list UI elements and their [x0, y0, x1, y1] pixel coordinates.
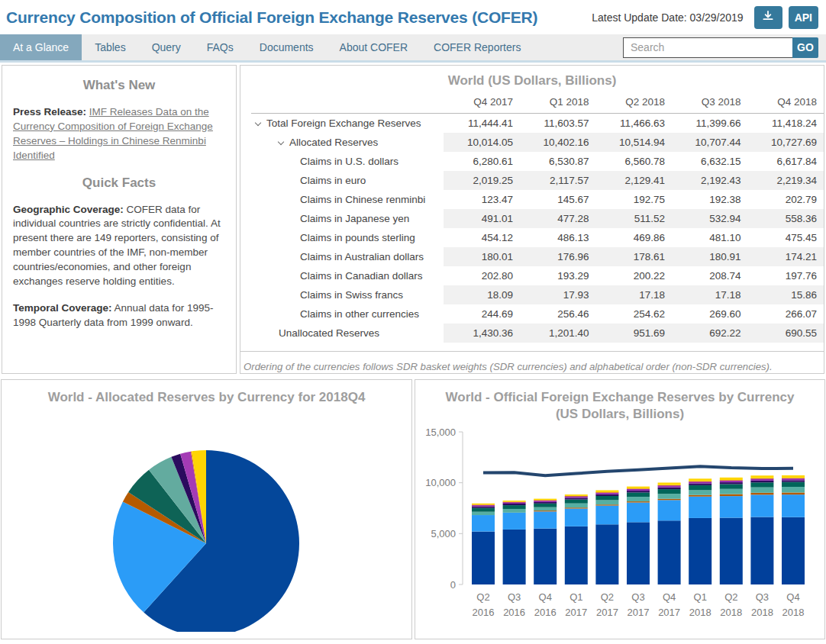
bar-segment-claims-in-canadian-dollars-q2-2018[interactable] [720, 481, 743, 483]
bar-segment-claims-in-pounds-sterling-q3-2017[interactable] [627, 493, 650, 497]
bar-segment-claims-in-euro-q4-2018[interactable] [782, 494, 805, 517]
bar-segment-claims-in-other-currencies-q3-2016[interactable] [503, 501, 526, 502]
bar-segment-claims-in-swiss-francs-q2-2018[interactable] [720, 480, 743, 481]
bar-segment-claims-in-japanese-yen-q2-2016[interactable] [472, 512, 495, 515]
search-input[interactable] [623, 37, 792, 58]
bar-segment-claims-in-euro-q2-2018[interactable] [720, 496, 743, 517]
bar-segment-claims-in-japanese-yen-q3-2018[interactable] [750, 488, 773, 493]
bar-segment-claims-in-australian-dollars-q2-2018[interactable] [720, 482, 743, 484]
bar-segment-claims-in-australian-dollars-q1-2017[interactable] [565, 498, 588, 500]
bar-segment-claims-in-pounds-sterling-q3-2016[interactable] [503, 505, 526, 509]
bar-segment-claims-in-pounds-sterling-q4-2017[interactable] [658, 489, 681, 494]
bar-segment-claims-in-pounds-sterling-q4-2018[interactable] [782, 482, 805, 487]
bar-segment-claims-in-canadian-dollars-q1-2018[interactable] [689, 481, 711, 484]
bar-segment-claims-in-chinese-renminbi-q4-2017[interactable] [658, 499, 681, 501]
bar-segment-claims-in-pounds-sterling-q2-2016[interactable] [472, 508, 495, 512]
bar-segment-claims-in-japanese-yen-q1-2018[interactable] [689, 491, 711, 495]
bar-segment-claims-in-chinese-renminbi-q2-2017[interactable] [595, 504, 618, 505]
bar-segment-claims-in-swiss-francs-q1-2018[interactable] [689, 481, 711, 482]
download-button[interactable] [754, 6, 782, 29]
bar-segment-claims-in-euro-q2-2016[interactable] [472, 515, 495, 531]
bar-segment-claims-in-euro-q4-2016[interactable] [534, 512, 557, 529]
bar-segment-claims-in-other-currencies-q2-2016[interactable] [472, 504, 495, 505]
bar-segment-claims-in-euro-q3-2018[interactable] [750, 495, 773, 517]
bar-segment-claims-in-canadian-dollars-q4-2017[interactable] [658, 485, 681, 488]
bar-segment-claims-in-other-currencies-q4-2017[interactable] [658, 483, 681, 485]
bar-segment-claims-in-canadian-dollars-q4-2018[interactable] [782, 478, 805, 481]
bar-segment-claims-in-pounds-sterling-q2-2017[interactable] [595, 496, 618, 500]
bar-segment-claims-in-u-s-dollars-q3-2018[interactable] [750, 517, 773, 584]
nav-tab-documents[interactable]: Documents [247, 34, 327, 60]
bar-segment-claims-in-u-s-dollars-q1-2017[interactable] [565, 526, 588, 584]
bar-segment-claims-in-chinese-renminbi-q1-2017[interactable] [565, 507, 588, 508]
bar-segment-claims-in-japanese-yen-q1-2017[interactable] [565, 504, 588, 508]
bar-segment-claims-in-chinese-renminbi-q4-2016[interactable] [534, 510, 557, 511]
bar-segment-claims-in-canadian-dollars-q3-2018[interactable] [750, 478, 773, 481]
bar-segment-claims-in-japanese-yen-q4-2018[interactable] [782, 487, 805, 492]
bar-segment-claims-in-u-s-dollars-q2-2016[interactable] [472, 532, 495, 584]
bar-segment-claims-in-australian-dollars-q4-2016[interactable] [534, 502, 557, 504]
bar-segment-claims-in-other-currencies-q2-2018[interactable] [720, 478, 743, 480]
bar-segment-claims-in-swiss-francs-q4-2018[interactable] [782, 478, 805, 479]
api-button[interactable]: API [789, 6, 818, 29]
bar-segment-claims-in-chinese-renminbi-q4-2018[interactable] [782, 493, 805, 495]
bar-segment-claims-in-chinese-renminbi-q3-2018[interactable] [750, 493, 773, 495]
nav-tab-query[interactable]: Query [139, 34, 194, 60]
bar-segment-claims-in-chinese-renminbi-q3-2017[interactable] [627, 501, 650, 502]
bar-segment-claims-in-other-currencies-q1-2017[interactable] [565, 494, 588, 496]
bar-segment-claims-in-u-s-dollars-q3-2017[interactable] [627, 523, 650, 585]
bar-segment-claims-in-australian-dollars-q4-2017[interactable] [658, 488, 681, 489]
bar-segment-claims-in-japanese-yen-q3-2016[interactable] [503, 509, 526, 513]
bar-segment-claims-in-pounds-sterling-q4-2016[interactable] [534, 504, 557, 507]
bar-segment-claims-in-japanese-yen-q2-2018[interactable] [720, 489, 743, 494]
bar-segment-claims-in-euro-q4-2017[interactable] [658, 501, 681, 521]
bar-segment-claims-in-swiss-francs-q2-2017[interactable] [595, 492, 618, 493]
bar-segment-claims-in-japanese-yen-q3-2017[interactable] [627, 497, 650, 501]
bar-segment-claims-in-swiss-francs-q1-2017[interactable] [565, 496, 588, 497]
bar-segment-claims-in-australian-dollars-q2-2016[interactable] [472, 507, 495, 508]
table-row-allocated-reserves[interactable]: Allocated Reserves10,014.0510,402.1610,5… [251, 133, 824, 152]
bar-segment-claims-in-swiss-francs-q3-2016[interactable] [503, 502, 526, 503]
bar-segment-claims-in-chinese-renminbi-q2-2018[interactable] [720, 494, 743, 497]
bar-segment-claims-in-australian-dollars-q4-2018[interactable] [782, 481, 805, 482]
bar-segment-claims-in-other-currencies-q3-2017[interactable] [627, 487, 650, 489]
bar-segment-claims-in-swiss-francs-q3-2018[interactable] [750, 478, 773, 479]
nav-tab-cofer-reporters[interactable]: COFER Reporters [421, 34, 534, 60]
bar-segment-claims-in-other-currencies-q1-2018[interactable] [689, 478, 711, 481]
bar-segment-claims-in-other-currencies-q3-2018[interactable] [750, 475, 773, 478]
nav-tab-about-cofer[interactable]: About COFER [327, 34, 421, 60]
bar-segment-claims-in-pounds-sterling-q1-2018[interactable] [689, 485, 711, 490]
total-reserves-line[interactable] [483, 466, 793, 475]
bar-segment-claims-in-swiss-francs-q2-2016[interactable] [472, 505, 495, 506]
bar-segment-claims-in-japanese-yen-q4-2016[interactable] [534, 507, 557, 510]
bar-segment-claims-in-japanese-yen-q4-2017[interactable] [658, 494, 681, 499]
bar-segment-claims-in-euro-q2-2017[interactable] [595, 506, 618, 525]
pie-chart[interactable] [2, 406, 411, 632]
bar-segment-claims-in-euro-q3-2016[interactable] [503, 513, 526, 530]
nav-tab-faqs[interactable]: FAQs [194, 34, 247, 60]
table-row-total-foreign-exchange-reserves[interactable]: Total Foreign Exchange Reserves11,444.41… [251, 114, 824, 133]
bar-segment-claims-in-australian-dollars-q3-2018[interactable] [750, 481, 773, 482]
bar-segment-claims-in-swiss-francs-q4-2016[interactable] [534, 501, 557, 501]
bar-segment-claims-in-swiss-francs-q3-2017[interactable] [627, 489, 650, 490]
bar-segment-claims-in-pounds-sterling-q3-2018[interactable] [750, 482, 773, 487]
nav-tab-tables[interactable]: Tables [82, 34, 138, 60]
bar-segment-claims-in-australian-dollars-q3-2016[interactable] [503, 504, 526, 505]
bar-segment-claims-in-u-s-dollars-q4-2016[interactable] [534, 529, 557, 584]
bar-chart[interactable]: 05,00010,00015,000Q22016Q32016Q42016Q120… [415, 423, 824, 623]
chevron-down-icon[interactable] [278, 138, 284, 144]
bar-segment-claims-in-pounds-sterling-q1-2017[interactable] [565, 500, 588, 504]
bar-segment-claims-in-euro-q3-2017[interactable] [627, 503, 650, 523]
bar-segment-claims-in-pounds-sterling-q2-2018[interactable] [720, 485, 743, 489]
bar-segment-claims-in-australian-dollars-q3-2017[interactable] [627, 491, 650, 492]
bar-segment-claims-in-euro-q1-2018[interactable] [689, 497, 711, 518]
bar-segment-claims-in-u-s-dollars-q4-2017[interactable] [658, 520, 681, 584]
bar-segment-claims-in-swiss-francs-q4-2017[interactable] [658, 485, 681, 486]
bar-segment-claims-in-other-currencies-q4-2018[interactable] [782, 475, 805, 478]
bar-segment-claims-in-u-s-dollars-q3-2016[interactable] [503, 530, 526, 584]
bar-segment-claims-in-australian-dollars-q1-2018[interactable] [689, 484, 711, 485]
bar-segment-claims-in-u-s-dollars-q2-2017[interactable] [595, 524, 618, 584]
search-go-button[interactable]: GO [792, 37, 818, 58]
chevron-down-icon[interactable] [255, 120, 261, 126]
bar-segment-claims-in-euro-q1-2017[interactable] [565, 509, 588, 526]
